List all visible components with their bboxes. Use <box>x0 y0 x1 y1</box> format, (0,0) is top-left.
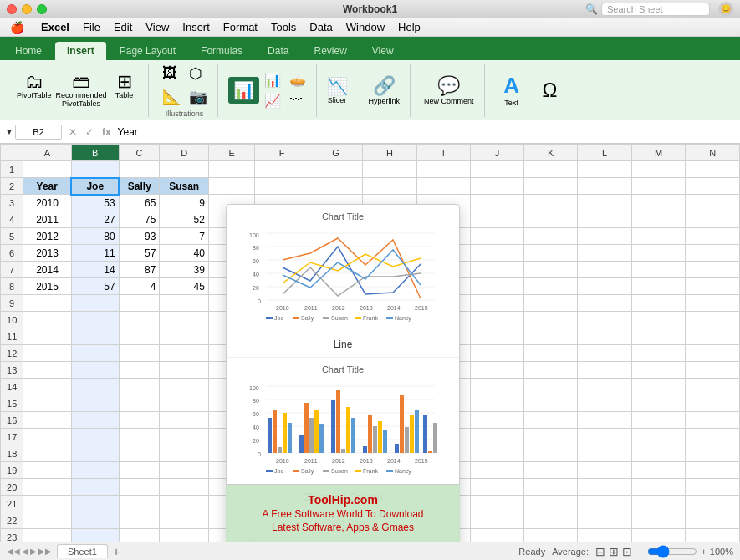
cell-4-3[interactable]: 52 <box>160 211 208 228</box>
cell-20-12[interactable] <box>631 479 686 496</box>
cell-23-10[interactable] <box>524 529 578 542</box>
cell-23-11[interactable] <box>578 529 631 542</box>
cell-9-13[interactable] <box>686 295 740 312</box>
cell-21-11[interactable] <box>578 496 631 512</box>
cell-21-9[interactable] <box>470 496 523 512</box>
cell-11-13[interactable] <box>686 328 740 345</box>
tab-review[interactable]: Review <box>302 42 358 60</box>
pictures-button[interactable]: 🖼 <box>159 63 184 84</box>
pie-chart-button[interactable]: 🥧 <box>286 70 309 89</box>
cell-21-3[interactable] <box>160 496 208 512</box>
menu-tools[interactable]: Tools <box>264 19 303 35</box>
cell-22-9[interactable] <box>470 512 523 529</box>
zoom-out-btn[interactable]: − <box>639 547 644 557</box>
cell-1-6[interactable] <box>309 161 363 178</box>
cell-23-12[interactable] <box>631 529 686 542</box>
cell-4-12[interactable] <box>631 211 686 228</box>
cell-2-10[interactable] <box>524 178 578 195</box>
cell-13-3[interactable] <box>160 362 208 379</box>
cell-10-9[interactable] <box>470 312 523 328</box>
menu-format[interactable]: Format <box>217 19 264 35</box>
col-header-l[interactable]: L <box>578 145 631 161</box>
cell-7-0[interactable]: 2014 <box>23 262 71 278</box>
cell-23-1[interactable] <box>71 529 119 542</box>
pivot-table-button[interactable]: 🗂 PivotTable <box>13 71 55 101</box>
formula-input[interactable]: Year <box>118 126 735 138</box>
cell-8-11[interactable] <box>578 278 631 295</box>
menu-file[interactable]: File <box>76 19 107 35</box>
cell-9-0[interactable] <box>23 295 71 312</box>
menu-help[interactable]: Help <box>391 19 427 35</box>
zoom-in-btn[interactable]: + <box>701 547 706 557</box>
zoom-slider[interactable] <box>647 545 697 558</box>
cell-4-0[interactable]: 2011 <box>23 211 71 228</box>
cell-21-13[interactable] <box>686 496 740 512</box>
cell-3-0[interactable]: 2010 <box>23 195 71 211</box>
bar-chart-button[interactable]: 📊 <box>261 70 284 89</box>
cell-23-9[interactable] <box>470 529 523 542</box>
menu-data[interactable]: Data <box>303 19 339 35</box>
cell-2-13[interactable] <box>686 178 740 195</box>
cell-8-1[interactable]: 57 <box>71 278 119 295</box>
cell-12-9[interactable] <box>470 345 523 362</box>
cell-19-11[interactable] <box>578 462 631 479</box>
cell-5-1[interactable]: 80 <box>71 228 119 245</box>
cell-16-9[interactable] <box>470 412 523 429</box>
col-header-f[interactable]: F <box>255 145 309 161</box>
cell-13-9[interactable] <box>470 362 523 379</box>
cell-17-9[interactable] <box>470 429 523 445</box>
col-header-m[interactable]: M <box>631 145 686 161</box>
search-input[interactable]: Search Sheet <box>601 3 710 16</box>
cell-20-1[interactable] <box>71 479 119 496</box>
cell-22-10[interactable] <box>524 512 578 529</box>
col-header-c[interactable]: C <box>119 145 160 161</box>
shapes-button[interactable]: ⬡ <box>186 63 211 84</box>
cell-13-10[interactable] <box>524 362 578 379</box>
cell-22-0[interactable] <box>23 512 71 529</box>
cell-19-2[interactable] <box>119 462 160 479</box>
cell-1-0[interactable] <box>23 161 71 178</box>
cell-3-2[interactable]: 65 <box>119 195 160 211</box>
cell-20-0[interactable] <box>23 479 71 496</box>
cell-18-2[interactable] <box>119 445 160 462</box>
cell-18-9[interactable] <box>470 445 523 462</box>
normal-view-icon[interactable]: ⊟ <box>595 545 605 558</box>
cell-18-10[interactable] <box>524 445 578 462</box>
cell-20-10[interactable] <box>524 479 578 496</box>
cell-7-10[interactable] <box>524 262 578 278</box>
cell-9-12[interactable] <box>631 295 686 312</box>
cell-8-2[interactable]: 4 <box>119 278 160 295</box>
col-header-i[interactable]: I <box>416 145 470 161</box>
cell-5-3[interactable]: 7 <box>160 228 208 245</box>
cell-7-3[interactable]: 39 <box>160 262 208 278</box>
cell-2-9[interactable] <box>470 178 523 195</box>
cell-2-1[interactable]: Joe <box>71 178 119 195</box>
cell-11-1[interactable] <box>71 328 119 345</box>
cell-11-2[interactable] <box>119 328 160 345</box>
cell-6-11[interactable] <box>578 245 631 262</box>
cell-23-2[interactable] <box>119 529 160 542</box>
cell-21-10[interactable] <box>524 496 578 512</box>
cell-21-1[interactable] <box>71 496 119 512</box>
cell-6-3[interactable]: 40 <box>160 245 208 262</box>
cell-14-1[interactable] <box>71 379 119 395</box>
cell-2-11[interactable] <box>578 178 631 195</box>
hyperlink-button[interactable]: 🔗 Hyperlink <box>365 74 404 107</box>
smartart-button[interactable]: 📐 <box>159 86 184 108</box>
cell-11-10[interactable] <box>524 328 578 345</box>
cell-20-2[interactable] <box>119 479 160 496</box>
menu-view[interactable]: View <box>139 19 176 35</box>
cell-6-0[interactable]: 2013 <box>23 245 71 262</box>
cell-15-11[interactable] <box>578 395 631 412</box>
cell-19-13[interactable] <box>686 462 740 479</box>
cell-6-10[interactable] <box>524 245 578 262</box>
cell-4-9[interactable] <box>470 211 523 228</box>
cell-9-10[interactable] <box>524 295 578 312</box>
last-sheet-icon[interactable]: ▶▶ <box>38 547 52 556</box>
apple-menu[interactable]: 🍎 <box>3 19 31 36</box>
close-button[interactable] <box>7 4 17 14</box>
cell-8-9[interactable] <box>470 278 523 295</box>
page-break-icon[interactable]: ⊡ <box>622 545 632 558</box>
cell-18-3[interactable] <box>160 445 208 462</box>
cell-17-12[interactable] <box>631 429 686 445</box>
